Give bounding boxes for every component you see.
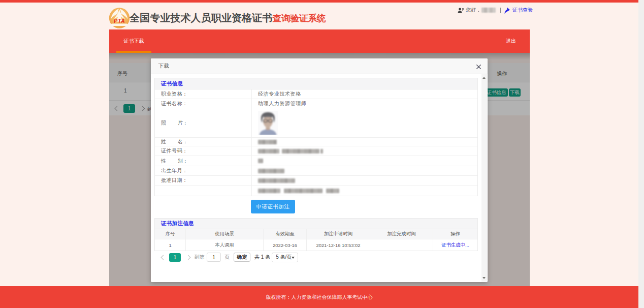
- svg-text:PTA: PTA: [114, 18, 125, 24]
